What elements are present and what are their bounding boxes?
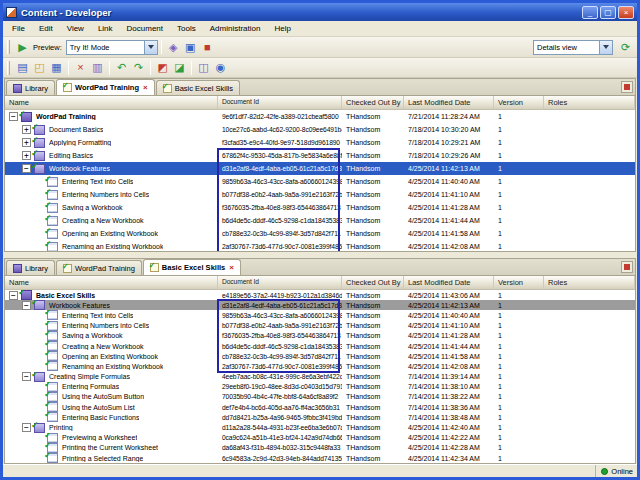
tree-row[interactable]: Previewing a Worksheet0ca9c624-a51b-41e3… — [5, 433, 635, 443]
maximize-button[interactable]: ▢ — [600, 6, 616, 19]
menu-link[interactable]: Link — [91, 23, 120, 34]
menu-view[interactable]: View — [60, 23, 91, 34]
top-tab-bar: LibraryWordPad Training×Basic Excel Skil… — [5, 79, 635, 96]
expander-icon[interactable]: − — [22, 372, 31, 381]
save-icon[interactable]: ▦ — [48, 60, 65, 76]
expander-icon[interactable]: + — [22, 151, 31, 160]
delete-icon[interactable]: × — [72, 60, 89, 76]
tree-row[interactable]: Entering Text into Cells9859b63a-46c3-43… — [5, 175, 635, 188]
toolbar-grip[interactable] — [7, 40, 10, 54]
tab-wordpad-training[interactable]: WordPad Training — [56, 260, 142, 275]
menu-tools[interactable]: Tools — [170, 23, 203, 34]
column-header-name[interactable]: Name — [5, 96, 218, 109]
tab-close-icon[interactable]: × — [143, 83, 148, 92]
expander-icon[interactable]: − — [9, 112, 18, 121]
tree-row[interactable]: −Creating Simple Formulas4eeb7aac-b08c-4… — [5, 372, 635, 382]
undo-icon[interactable]: ↶ — [113, 60, 130, 76]
tree-row[interactable]: Printing the Current Worksheetda68af43-f… — [5, 443, 635, 453]
tree-row[interactable]: Entering Numbers into Cellsb077df38-e0b2… — [5, 321, 635, 331]
tree-row[interactable]: Saving a Workbookf3676035-2fba-40e8-98f3… — [5, 201, 635, 214]
tree-row[interactable]: −Workbook Featuresd31e2af8-4edf-4aba-eb0… — [5, 300, 635, 310]
tab-close-icon[interactable]: × — [229, 263, 234, 272]
tree-row[interactable]: +Editing Basics67862f4c-9530-45da-817b-9… — [5, 149, 635, 162]
tree-row[interactable]: Renaming an Existing Workbook2af30767-73… — [5, 361, 635, 371]
column-header-roles[interactable]: Roles — [544, 276, 635, 289]
tree-row[interactable]: Renaming an Existing Workbook2af30767-73… — [5, 240, 635, 251]
column-header-last-modified-date[interactable]: Last Modified Date — [404, 276, 494, 289]
tree-row[interactable]: Creating a New Workbookb6d4de5c-dddf-46c… — [5, 341, 635, 351]
stop-preview-icon[interactable]: ■ — [199, 39, 216, 55]
tree-row[interactable]: Using the AutoSum Button70035b90-4b4c-47… — [5, 392, 635, 402]
check-out-icon[interactable]: ◩ — [154, 60, 171, 76]
view-mode-dropdown[interactable]: Details view — [533, 40, 613, 55]
column-header-version[interactable]: Version — [494, 96, 544, 109]
refresh-icon[interactable]: ⟳ — [617, 39, 634, 55]
expander-icon[interactable]: − — [22, 423, 31, 432]
row-version: 1 — [494, 123, 544, 136]
pane-close-button[interactable] — [621, 261, 633, 273]
column-header-roles[interactable]: Roles — [544, 96, 635, 109]
tree-row[interactable]: Using the AutoSum Listdef7e4b4-bc6d-405d… — [5, 402, 635, 412]
properties-icon[interactable]: ▥ — [89, 60, 106, 76]
check-in-icon[interactable]: ◪ — [171, 60, 188, 76]
expander-icon[interactable]: − — [22, 301, 31, 310]
column-header-last-modified-date[interactable]: Last Modified Date — [404, 96, 494, 109]
try-it-mode-icon[interactable]: ◈ — [165, 39, 182, 55]
tree-row[interactable]: Entering Formulas29eeb8f0-19c0-48ee-8d3d… — [5, 382, 635, 392]
menu-administration[interactable]: Administration — [203, 23, 268, 34]
link-icon[interactable]: ◫ — [195, 60, 212, 76]
row-checked-out-by: THandsom — [342, 175, 404, 188]
print-preview-icon[interactable]: ▣ — [182, 39, 199, 55]
tree-row[interactable]: Saving a Workbookf3676035-2fba-40e8-98f3… — [5, 331, 635, 341]
tree-row[interactable]: +Applying Formattingf3cfad35-e9c4-40fd-9… — [5, 136, 635, 149]
column-header-document-id[interactable]: Document Id — [218, 276, 342, 289]
column-header-checked-out-by[interactable]: Checked Out By — [342, 276, 404, 289]
tab-library[interactable]: Library — [6, 260, 55, 275]
expander-icon[interactable]: − — [9, 291, 18, 300]
column-header-document-id[interactable]: Document Id — [218, 96, 342, 109]
view-icon[interactable]: ◉ — [212, 60, 229, 76]
tab-basic-excel-skills[interactable]: Basic Excel Skills — [156, 80, 240, 95]
tree-row[interactable]: Entering Basic Functionsdd7d8421-b25a-4a… — [5, 412, 635, 422]
open-folder-icon[interactable]: ◰ — [31, 60, 48, 76]
toolbar-grip[interactable] — [7, 61, 10, 75]
tab-wordpad-training[interactable]: WordPad Training× — [56, 79, 155, 95]
dropdown-arrow-icon[interactable] — [144, 41, 157, 54]
preview-mode-dropdown[interactable]: Try It! Mode — [66, 40, 158, 55]
menu-document[interactable]: Document — [120, 23, 170, 34]
row-last-modified: 4/25/2014 11:41:28 AM — [404, 201, 494, 214]
tree-row[interactable]: −WordPad Training9e6f1df7-82d2-42fe-a389… — [5, 110, 635, 123]
tree-row[interactable]: −Basic Excel Skillse4189e56-37a2-4419-b9… — [5, 290, 635, 300]
dropdown-arrow-icon[interactable] — [599, 41, 612, 54]
tree-row[interactable]: Opening an Existing Workbookcb788e32-0c3… — [5, 227, 635, 240]
tree-row[interactable]: Entering Text into Cells9859b63a-46c3-43… — [5, 310, 635, 320]
column-header-name[interactable]: Name — [5, 276, 218, 289]
column-header-version[interactable]: Version — [494, 276, 544, 289]
preview-toolbar: ▶ Preview: Try It! Mode ◈▣■ Details view… — [3, 37, 637, 58]
tab-basic-excel-skills[interactable]: Basic Excel Skills× — [143, 259, 241, 275]
expander-icon[interactable]: − — [22, 164, 31, 173]
expander-icon[interactable]: + — [22, 125, 31, 134]
tree-row[interactable]: +Document Basics10ce27c6-aabd-4c62-9200-… — [5, 123, 635, 136]
row-checked-out-by: THandsom — [342, 136, 404, 149]
expander-icon[interactable]: + — [22, 138, 31, 147]
menu-file[interactable]: File — [5, 23, 32, 34]
tree-row[interactable]: Opening an Existing Workbookcb788e32-0c3… — [5, 351, 635, 361]
preview-play-icon[interactable]: ▶ — [14, 39, 31, 55]
tree-row[interactable]: Entering Numbers into Cellsb077df38-e0b2… — [5, 188, 635, 201]
row-name: Using the AutoSum List — [62, 404, 135, 411]
pane-close-button[interactable] — [621, 81, 633, 93]
tree-row[interactable]: Creating a New Workbookb6d4de5c-dddf-46c… — [5, 214, 635, 227]
menu-help[interactable]: Help — [267, 23, 297, 34]
tab-library[interactable]: Library — [6, 80, 55, 95]
tree-row[interactable]: Printing a Selected Range6c94583a-2c9d-4… — [5, 453, 635, 463]
new-document-icon[interactable]: ▤ — [14, 60, 31, 76]
minimize-button[interactable]: _ — [582, 6, 598, 19]
tree-row[interactable]: −Printingd11a2a28-544a-4931-b23f-ee6ba3e… — [5, 422, 635, 432]
tree-row[interactable]: −Workbook Featuresd31e2af8-4edf-4aba-eb0… — [5, 162, 635, 175]
close-button[interactable]: × — [618, 6, 634, 19]
column-header-checked-out-by[interactable]: Checked Out By — [342, 96, 404, 109]
redo-icon[interactable]: ↷ — [130, 60, 147, 76]
status-bar: Online — [3, 464, 637, 477]
menu-edit[interactable]: Edit — [32, 23, 60, 34]
